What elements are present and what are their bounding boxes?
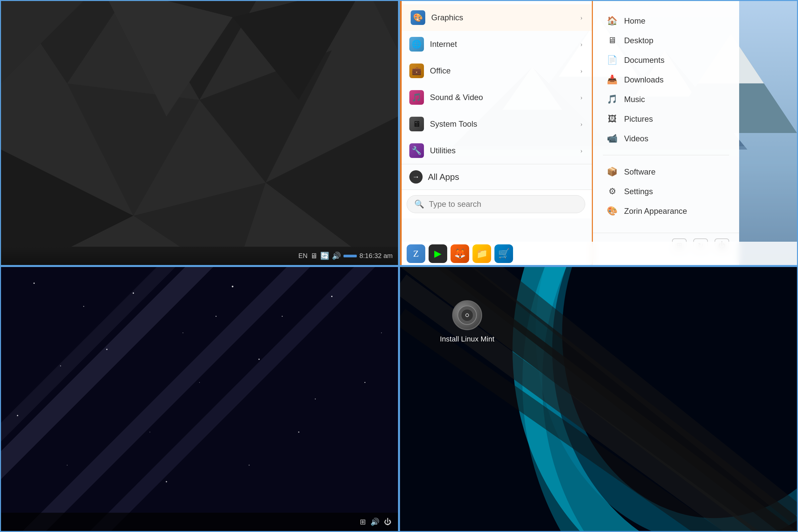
install-disc-icon <box>452 300 482 330</box>
menu-videos[interactable]: 📹 Videos <box>603 129 729 148</box>
svg-point-42 <box>166 481 167 482</box>
category-utilities[interactable]: 🔧 Utilities › <box>400 137 592 164</box>
install-linux-mint-icon[interactable]: Install Linux Mint <box>440 300 494 343</box>
svg-point-35 <box>315 399 316 400</box>
svg-point-28 <box>282 316 283 317</box>
settings-label: Settings <box>624 187 653 196</box>
all-apps-arrow-icon: → <box>409 170 423 184</box>
music-icon: 🎵 <box>606 94 618 104</box>
zorin-appearance-label: Zorin Appearance <box>624 207 687 216</box>
internet-arrow: › <box>580 41 583 48</box>
soundvideo-icon: 🎵 <box>409 90 424 105</box>
graphics-arrow: › <box>580 14 583 22</box>
search-container: 🔍 <box>400 190 592 218</box>
settings-icon: ⚙ <box>606 186 618 196</box>
all-apps-button[interactable]: → All Apps <box>400 164 592 190</box>
taskbar-indicator <box>343 255 357 258</box>
zorin-appearance-icon: 🎨 <box>606 206 618 216</box>
dock-terminal[interactable]: ▶ <box>429 244 447 263</box>
software-icon: 📦 <box>606 167 618 177</box>
menu-software[interactable]: 📦 Software <box>603 162 729 182</box>
dock-firefox[interactable]: 🦊 <box>451 244 469 263</box>
documents-icon: 📄 <box>606 55 618 65</box>
app-menu-categories: 🎨 Graphics › 🌐 Internet › 💼 Office › 🎵 S… <box>400 1 593 265</box>
menu-music[interactable]: 🎵 Music <box>603 90 729 109</box>
power-q3-icon[interactable]: ⏻ <box>384 518 391 526</box>
utilities-label: Utilities <box>430 146 574 155</box>
menu-desktop[interactable]: 🖥 Desktop <box>603 31 729 50</box>
category-internet[interactable]: 🌐 Internet › <box>400 31 592 58</box>
office-label: Office <box>430 66 574 75</box>
videos-label: Videos <box>624 134 648 143</box>
desktop-2: 🎨 Graphics › 🌐 Internet › 💼 Office › 🎵 S… <box>399 0 798 266</box>
svg-point-40 <box>364 382 365 383</box>
desktop-1: EN 🖥 🔄 🔊 8:16:32 am <box>0 0 399 266</box>
taskbar-items: EN 🖥 🔄 🔊 8:16:32 am <box>298 252 393 260</box>
app-menu-right-panel: 🏠 Home 🖥 Desktop 📄 Documents 📥 Downloads… <box>593 1 739 265</box>
dock-store[interactable]: 🛒 <box>494 244 513 263</box>
menu-zorin-appearance[interactable]: 🎨 Zorin Appearance <box>603 201 729 221</box>
wallpaper-geometric <box>1 1 398 265</box>
menu-documents[interactable]: 📄 Documents <box>603 50 729 70</box>
menu-settings[interactable]: ⚙ Settings <box>603 182 729 201</box>
dock-zorin[interactable]: Z <box>407 244 425 263</box>
svg-point-27 <box>232 286 233 287</box>
office-arrow: › <box>580 67 583 75</box>
systemtools-arrow: › <box>580 120 583 128</box>
volume-icon[interactable]: 🔊 <box>332 252 341 260</box>
install-label: Install Linux Mint <box>440 335 494 343</box>
svg-point-41 <box>67 465 68 466</box>
desktop-3: ⊞ 🔊 ⏻ <box>0 266 399 532</box>
dock-files[interactable]: 📁 <box>473 244 491 263</box>
graphics-label: Graphics <box>431 13 574 22</box>
svg-point-30 <box>381 332 382 333</box>
taskbar-q3-icons: ⊞ 🔊 ⏻ <box>360 518 391 526</box>
downloads-label: Downloads <box>624 75 664 84</box>
utilities-icon: 🔧 <box>409 143 424 158</box>
systemtools-icon: 🖥 <box>409 117 424 131</box>
utilities-arrow: › <box>580 147 583 155</box>
internet-icon: 🌐 <box>409 37 424 52</box>
svg-point-26 <box>183 332 183 333</box>
desktop-icon: 🖥 <box>606 35 618 45</box>
lang-indicator[interactable]: EN <box>298 252 307 260</box>
svg-point-34 <box>258 359 260 360</box>
svg-point-33 <box>199 382 200 383</box>
places-section: 🏠 Home 🖥 Desktop 📄 Documents 📥 Downloads… <box>593 8 739 152</box>
network-icon[interactable]: 🔄 <box>320 252 329 260</box>
all-apps-label: All Apps <box>428 172 459 182</box>
svg-point-60 <box>466 314 468 316</box>
category-graphics[interactable]: 🎨 Graphics › <box>400 4 592 31</box>
taskbar-q2: Z ▶ 🦊 📁 🛒 <box>400 242 797 265</box>
home-label: Home <box>624 16 645 25</box>
menu-home[interactable]: 🏠 Home <box>603 11 729 31</box>
soundvideo-arrow: › <box>580 94 583 101</box>
svg-point-23 <box>34 283 35 284</box>
internet-label: Internet <box>430 40 574 49</box>
taskbar-q3: ⊞ 🔊 ⏻ <box>1 513 398 531</box>
menu-pictures[interactable]: 🖼 Pictures <box>603 109 729 129</box>
menu-downloads[interactable]: 📥 Downloads <box>603 70 729 90</box>
taskbar-time: 8:16:32 am <box>359 252 393 260</box>
search-input[interactable] <box>429 200 577 209</box>
svg-point-38 <box>215 316 216 317</box>
home-icon: 🏠 <box>606 16 618 26</box>
pictures-icon: 🖼 <box>606 114 618 124</box>
search-bar: 🔍 <box>407 195 585 213</box>
soundvideo-label: Sound & Video <box>430 93 574 102</box>
wallpaper-linux-mint: Install Linux Mint <box>400 267 797 531</box>
menu-divider <box>603 155 729 155</box>
wallpaper-starfield <box>1 267 398 531</box>
category-system-tools[interactable]: 🖥 System Tools › <box>400 111 592 137</box>
office-icon: 💼 <box>409 63 424 78</box>
volume-q3-icon[interactable]: 🔊 <box>370 518 379 526</box>
monitor-icon[interactable]: 🖥 <box>310 252 318 260</box>
pictures-label: Pictures <box>624 114 653 124</box>
desktop-switch-icon[interactable]: ⊞ <box>360 518 366 526</box>
graphics-icon: 🎨 <box>411 10 425 25</box>
apps-section: 📦 Software ⚙ Settings 🎨 Zorin Appearance <box>593 158 739 224</box>
category-office[interactable]: 💼 Office › <box>400 58 592 84</box>
software-label: Software <box>624 167 656 176</box>
downloads-icon: 📥 <box>606 75 618 85</box>
category-sound-video[interactable]: 🎵 Sound & Video › <box>400 84 592 111</box>
